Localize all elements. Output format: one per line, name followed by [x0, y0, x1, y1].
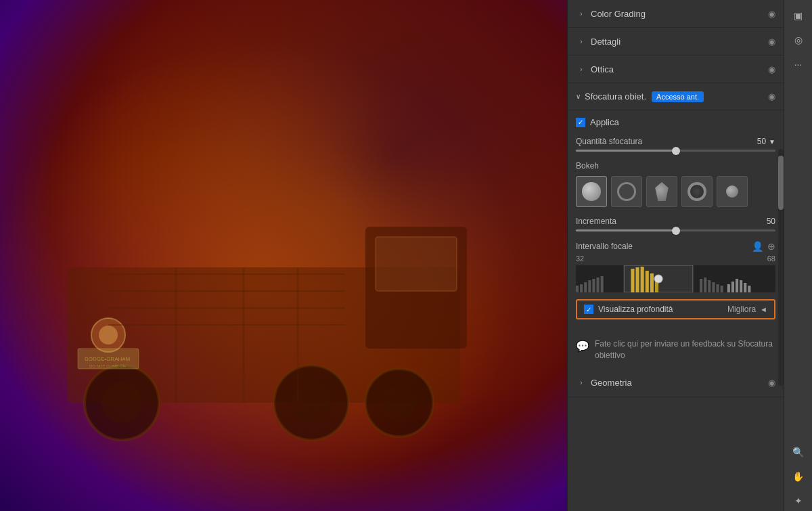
feedback-text: Fate clic qui per inviare un feedback su… [595, 338, 775, 361]
svg-rect-34 [700, 279, 702, 292]
bokeh-label: Bokeh [576, 161, 775, 171]
ottica-title: Ottica [591, 64, 768, 74]
geometria-title: Geometria [591, 378, 768, 388]
intervallo-section: Intervallo focale 👤 ⊕ 32 68 [576, 241, 775, 292]
svg-rect-21 [576, 286, 579, 292]
play-back-icon[interactable]: ◄ [760, 305, 767, 313]
visualizza-right: Migliora ◄ [727, 305, 767, 314]
incrementa-value: 50 [755, 217, 775, 226]
bokeh-ring [687, 182, 706, 201]
svg-rect-26 [597, 277, 600, 292]
bokeh-btn-2[interactable] [611, 176, 642, 207]
svg-rect-38 [717, 284, 719, 292]
ottica-eye-icon[interactable]: ◉ [768, 64, 775, 74]
incrementa-slider-track[interactable] [576, 229, 775, 231]
geometria-header[interactable]: › Geometria ◉ [568, 370, 784, 397]
geometria-eye-icon[interactable]: ◉ [768, 378, 775, 388]
quantita-slider-track[interactable] [576, 150, 775, 152]
incrementa-slider-fill [576, 229, 676, 231]
ottica-chevron: › [576, 64, 587, 74]
dettagli-chevron: › [576, 36, 587, 47]
color-grading-section: › Color Grading ◉ [568, 0, 784, 28]
photo-background: DODGE•GRAHAM DO NOT CLIMB ON [0, 0, 567, 511]
svg-rect-43 [740, 280, 742, 292]
svg-text:DO NOT CLIMB ON: DO NOT CLIMB ON [89, 364, 126, 368]
bokeh-section: Bokeh [576, 161, 775, 207]
sfocatura-chevron: ∨ [576, 93, 581, 100]
svg-rect-45 [748, 286, 750, 292]
bokeh-circle-1 [582, 182, 601, 201]
toolbar-star-icon[interactable]: ✦ [788, 491, 809, 511]
quantita-slider-fill [576, 150, 676, 152]
toolbar-more-icon[interactable]: ··· [788, 54, 809, 74]
svg-rect-44 [744, 283, 746, 292]
color-grading-chevron: › [576, 8, 587, 19]
dettagli-title: Dettagli [591, 37, 768, 47]
svg-rect-25 [592, 279, 595, 292]
truck-svg: DODGE•GRAHAM DO NOT CLIMB ON [41, 186, 501, 457]
svg-point-10 [99, 326, 118, 345]
icon-bar: ▣ ◎ ··· 🔍 ✋ ✦ [784, 0, 812, 511]
incrementa-slider-row: Incrementa 50 [576, 217, 775, 231]
svg-rect-39 [721, 286, 723, 292]
color-grading-title: Color Grading [591, 9, 768, 19]
applica-label: Applica [590, 117, 619, 127]
chat-icon: 💬 [576, 340, 589, 353]
range-numbers: 32 68 [576, 254, 775, 263]
visualizza-checkbox[interactable]: ✓ [584, 305, 593, 314]
quantita-label-row: Quantità sfocatura 50 ▼ [576, 137, 775, 146]
image-canvas: DODGE•GRAHAM DO NOT CLIMB ON [0, 0, 567, 511]
svg-rect-23 [584, 282, 587, 292]
incrementa-slider-thumb[interactable] [672, 227, 680, 235]
intervallo-header: Intervallo focale 👤 ⊕ [576, 241, 775, 252]
color-grading-eye-icon[interactable]: ◉ [768, 9, 775, 19]
toolbar-icon-2[interactable]: ◎ [788, 30, 809, 50]
bokeh-circle-outline [617, 182, 636, 201]
svg-rect-42 [736, 279, 738, 292]
access-badge[interactable]: Accesso ant. [652, 91, 704, 102]
sfocatura-content: ✓ Applica Quantità sfocatura 50 ▼ [568, 110, 784, 333]
bokeh-options [576, 176, 775, 207]
dettagli-eye-icon[interactable]: ◉ [768, 37, 775, 47]
toolbar-icon-1[interactable]: ▣ [788, 5, 809, 26]
bokeh-btn-5[interactable] [717, 176, 748, 207]
quantita-label: Quantità sfocatura [576, 137, 746, 146]
applica-checkbox[interactable]: ✓ [576, 118, 585, 127]
svg-rect-41 [731, 282, 734, 292]
sfocatura-eye-icon[interactable]: ◉ [768, 91, 775, 102]
histogram-area[interactable] [576, 265, 775, 292]
svg-text:DODGE•GRAHAM: DODGE•GRAHAM [85, 356, 131, 362]
bokeh-btn-4[interactable] [681, 176, 713, 207]
right-panel: › Color Grading ◉ › Dettagli ◉ › Ottica [567, 0, 784, 511]
target-icon[interactable]: ⊕ [767, 241, 775, 252]
dettagli-header[interactable]: › Dettagli ◉ [568, 28, 784, 55]
applica-row: ✓ Applica [576, 117, 775, 127]
svg-rect-22 [580, 284, 583, 292]
toolbar-search-icon[interactable]: 🔍 [788, 442, 809, 462]
sfocatura-section: ∨ Sfocatura obiet. Accesso ant. ◉ ✓ Appl… [568, 83, 784, 370]
bokeh-btn-1[interactable] [576, 176, 607, 207]
sfocatura-header[interactable]: ∨ Sfocatura obiet. Accesso ant. ◉ [568, 83, 784, 110]
range-min: 32 [576, 254, 584, 263]
histogram-svg [576, 265, 775, 292]
svg-point-4 [102, 382, 142, 423]
panel-scroll: › Color Grading ◉ › Dettagli ◉ › Ottica [568, 0, 784, 397]
toolbar-hand-icon[interactable]: ✋ [788, 466, 809, 487]
color-grading-header[interactable]: › Color Grading ◉ [568, 0, 784, 27]
svg-rect-35 [704, 277, 706, 292]
scrollbar-track[interactable] [778, 149, 784, 386]
ottica-header[interactable]: › Ottica ◉ [568, 55, 784, 83]
svg-rect-37 [712, 282, 715, 292]
quantita-dropdown-icon[interactable]: ▼ [769, 138, 775, 146]
svg-rect-24 [588, 280, 591, 292]
ottica-section: › Ottica ◉ [568, 55, 784, 83]
person-icon[interactable]: 👤 [752, 241, 763, 252]
bokeh-btn-3[interactable] [646, 176, 677, 207]
range-max: 68 [767, 254, 775, 263]
svg-rect-2 [376, 237, 457, 291]
feedback-row[interactable]: 💬 Fate clic qui per inviare un feedback … [568, 333, 784, 370]
migliora-button[interactable]: Migliora [727, 305, 756, 314]
svg-rect-36 [708, 280, 710, 292]
scrollbar-thumb[interactable] [778, 156, 784, 210]
quantita-slider-thumb[interactable] [672, 147, 680, 155]
